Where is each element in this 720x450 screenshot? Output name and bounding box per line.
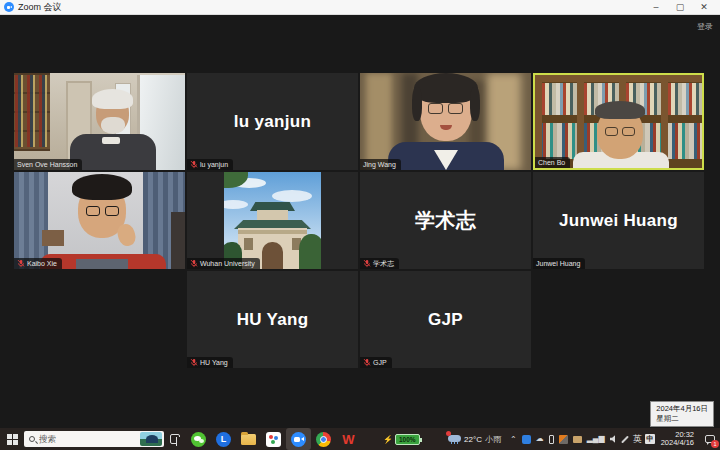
taskbar-app-zoom-active[interactable] (286, 428, 311, 450)
minimize-button[interactable]: – (644, 0, 668, 14)
participant-display-name: HU Yang (187, 271, 358, 368)
taskbar-app-molecule[interactable] (261, 428, 286, 450)
battery-widget[interactable]: ⚡ 100% (383, 434, 420, 445)
taskbar-clock[interactable]: 20:32 2024/4/16 (655, 431, 700, 448)
system-tray: ⌃ ☁ ▂▄▆ (506, 434, 630, 444)
task-view-button[interactable] (164, 428, 186, 450)
participant-tile-lu-yanjun[interactable]: lu yanjun lu yanjun (187, 73, 358, 170)
phone-link-icon[interactable] (549, 435, 554, 444)
video-feed-sven (14, 73, 185, 170)
book-spines (15, 75, 48, 147)
taskbar-app-file-explorer[interactable] (236, 428, 261, 450)
tooltip-weekday: 星期二 (656, 414, 708, 424)
participant-tile-wuhan-university[interactable]: Wuhan University (187, 172, 358, 269)
screenshot-tool-icon[interactable] (559, 435, 568, 444)
participant-name-label: Wuhan University (187, 258, 260, 269)
speaker-icon[interactable] (610, 435, 619, 444)
start-button[interactable] (0, 428, 24, 450)
participant-tile-sven[interactable]: Sven Ove Hansson (14, 73, 185, 170)
participant-name-label: GJP (360, 357, 392, 368)
shirt (76, 259, 128, 269)
language-indicator[interactable]: 英 (630, 433, 645, 446)
taskbar-app-chrome[interactable] (311, 428, 336, 450)
window-titlebar: Zoom 会议 – ▢ ✕ (0, 0, 720, 15)
building-photo (224, 172, 321, 269)
building-window (244, 238, 253, 250)
taskbar-app-wps[interactable]: W (336, 428, 361, 450)
chrome-icon (316, 432, 331, 447)
taskbar-search-box[interactable] (24, 431, 164, 447)
action-center-button[interactable]: 1 (700, 428, 720, 450)
close-button[interactable]: ✕ (692, 0, 716, 14)
curtain (14, 172, 48, 269)
taskbar-app-wechat[interactable] (186, 428, 211, 450)
participant-name: HU Yang (200, 357, 228, 368)
windows-taskbar: L W ⚡ 100% 22°C 小雨 (0, 428, 720, 450)
search-input[interactable] (39, 434, 123, 444)
participant-tile-hu-yang[interactable]: HU Yang HU Yang (187, 271, 358, 368)
weather-condition: 小雨 (485, 434, 501, 445)
building-trim (238, 230, 307, 234)
maximize-button[interactable]: ▢ (668, 0, 692, 14)
participant-tile-junwei-huang[interactable]: Junwei Huang Junwei Huang (533, 172, 704, 269)
tree (299, 234, 321, 269)
participant-name-label: Chen Bo (535, 157, 570, 168)
plug-icon: ⚡ (383, 435, 393, 444)
search-highlight-image[interactable] (140, 432, 162, 446)
mic-muted-icon (363, 259, 371, 268)
participant-name-label: HU Yang (187, 357, 233, 368)
taskbar-app-lark[interactable]: L (211, 428, 236, 450)
glasses (605, 127, 618, 136)
login-button[interactable]: 登录 (697, 21, 713, 32)
cloud (272, 190, 312, 202)
hidden-icons-chevron[interactable]: ⌃ (510, 435, 517, 445)
pen-tool-icon[interactable] (621, 435, 629, 443)
participant-name-label: Junwei Huang (533, 258, 585, 269)
person-beard (101, 117, 125, 134)
participant-name: Jing Wang (363, 159, 396, 170)
network-signal-icon[interactable]: ▂▄▆ (587, 434, 605, 444)
participant-name-label: Kaibo Xie (14, 258, 62, 269)
participant-tile-gjp[interactable]: GJP GJP (360, 271, 531, 368)
avatar-photo-wuhan-university (187, 172, 358, 269)
glasses (86, 206, 100, 216)
participant-tile-xueshuzhi[interactable]: 学术志 学术志 (360, 172, 531, 269)
person-hair (92, 89, 133, 109)
participant-name: Kaibo Xie (27, 258, 57, 269)
participant-name-label: 学术志 (360, 258, 399, 269)
participant-tile-kaibo-xie[interactable]: Kaibo Xie (14, 172, 185, 269)
participant-tile-chen-bo-active-speaker[interactable]: Chen Bo (533, 73, 704, 170)
participant-name: 学术志 (373, 258, 394, 269)
person-hair (412, 87, 422, 121)
cloud (224, 200, 248, 209)
folder-icon (241, 434, 256, 445)
zoom-app-icon (4, 2, 14, 12)
wardrobe (171, 212, 185, 269)
mic-muted-icon (190, 259, 198, 268)
participant-name: Junwei Huang (536, 258, 580, 269)
participant-name-label: Sven Ove Hansson (14, 159, 82, 170)
clock-date-tooltip: 2024年4月16日 星期二 (650, 401, 714, 427)
weather-rain-icon (448, 433, 461, 445)
participant-name: GJP (373, 357, 387, 368)
participant-display-name: GJP (360, 271, 531, 368)
video-feed-jing (360, 73, 531, 170)
mic-muted-icon (190, 160, 198, 169)
windows-logo-icon (7, 434, 18, 445)
molecule-app-icon (266, 432, 281, 447)
weather-widget[interactable]: 22°C 小雨 (443, 433, 506, 445)
hand-on-chin (115, 222, 138, 248)
tray-folder-icon[interactable] (573, 436, 582, 443)
tray-blue-app-icon[interactable] (522, 435, 531, 444)
participant-display-name: 学术志 (360, 172, 531, 269)
person-hair (470, 87, 480, 121)
tooltip-date: 2024年4月16日 (656, 404, 708, 414)
clock-date: 2024/4/16 (661, 439, 694, 448)
cloud-sync-icon[interactable]: ☁ (536, 434, 544, 444)
participant-tile-jing-wang[interactable]: Jing Wang (360, 73, 531, 170)
notification-count-badge: 1 (711, 440, 719, 448)
person-hair (595, 101, 645, 119)
glasses (105, 206, 119, 216)
video-feed-kaibo (14, 172, 185, 269)
ime-mode-icon[interactable]: 中 (645, 434, 655, 444)
